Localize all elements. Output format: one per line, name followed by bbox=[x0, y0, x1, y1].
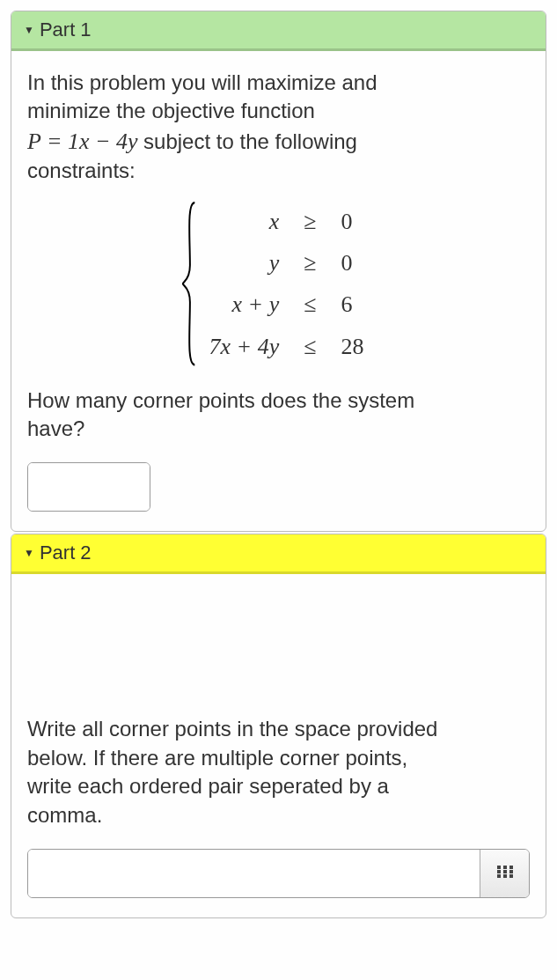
constraint-row: 7x + 4y ≤ 28 bbox=[197, 326, 377, 367]
constraint-op: ≤ bbox=[291, 326, 328, 367]
intro-line-2: minimize the objective function bbox=[27, 99, 315, 122]
part-2-answer-group bbox=[27, 849, 530, 898]
constraint-op: ≥ bbox=[291, 201, 328, 242]
part-2-prompt: Write all corner points in the space pro… bbox=[27, 715, 530, 829]
part-2-panel: ▼ Part 2 Write all corner points in the … bbox=[11, 534, 546, 918]
constraints-system: x ≥ 0 y ≥ 0 x + y ≤ 6 7x + bbox=[27, 201, 530, 366]
constraint-row: y ≥ 0 bbox=[197, 242, 377, 284]
svg-rect-16 bbox=[503, 874, 507, 878]
keypad-button[interactable] bbox=[480, 850, 529, 897]
svg-rect-9 bbox=[497, 866, 501, 869]
part-1-answer-input[interactable] bbox=[28, 463, 150, 511]
svg-rect-15 bbox=[497, 874, 501, 878]
part-2-body: Write all corner points in the space pro… bbox=[11, 574, 546, 917]
blank-spacer bbox=[27, 592, 530, 715]
constraint-op: ≥ bbox=[291, 242, 328, 284]
svg-rect-17 bbox=[509, 874, 513, 878]
constraints-table: x ≥ 0 y ≥ 0 x + y ≤ 6 7x + bbox=[197, 201, 377, 366]
part-2-header[interactable]: ▼ Part 2 bbox=[11, 534, 546, 574]
keypad-icon bbox=[496, 863, 514, 884]
part-2-answer-input[interactable] bbox=[28, 850, 480, 897]
part-1-body: In this problem you will maximize and mi… bbox=[11, 51, 546, 531]
intro-text: In this problem you will maximize and mi… bbox=[27, 69, 530, 185]
intro-line-3: subject to the following bbox=[143, 129, 357, 153]
constraint-rhs: 28 bbox=[328, 326, 376, 367]
part-1-title: Part 1 bbox=[40, 18, 92, 41]
part-1-answer-group bbox=[27, 462, 150, 512]
constraint-lhs: x + y bbox=[197, 284, 292, 325]
part-1-question: How many corner points does the system h… bbox=[27, 387, 530, 444]
svg-rect-11 bbox=[509, 866, 513, 869]
constraint-lhs: 7x + 4y bbox=[197, 326, 292, 367]
svg-rect-14 bbox=[509, 870, 513, 873]
prompt-line-3: write each ordered pair seperated by a bbox=[27, 774, 389, 798]
constraint-row: x + y ≤ 6 bbox=[197, 284, 377, 325]
svg-rect-12 bbox=[497, 870, 501, 873]
question-line-2: have? bbox=[27, 416, 84, 440]
part-1-header[interactable]: ▼ Part 1 bbox=[11, 11, 546, 51]
svg-rect-10 bbox=[503, 866, 507, 869]
question-line-1: How many corner points does the system bbox=[27, 388, 414, 412]
constraint-op: ≤ bbox=[291, 284, 328, 325]
prompt-line-1: Write all corner points in the space pro… bbox=[27, 717, 437, 741]
svg-rect-13 bbox=[503, 870, 507, 873]
part-1-panel: ▼ Part 1 In this problem you will maximi… bbox=[11, 11, 546, 532]
part-2-title: Part 2 bbox=[40, 542, 92, 564]
intro-line-4: constraints: bbox=[27, 158, 136, 182]
constraint-rhs: 0 bbox=[328, 242, 376, 284]
objective-function: P = 1x − 4y bbox=[27, 129, 143, 154]
chevron-down-icon: ▼ bbox=[24, 24, 34, 36]
chevron-down-icon: ▼ bbox=[24, 547, 34, 559]
constraint-rhs: 0 bbox=[328, 201, 376, 242]
constraint-rhs: 6 bbox=[328, 284, 376, 325]
intro-line-1: In this problem you will maximize and bbox=[27, 70, 377, 94]
prompt-line-4: comma. bbox=[27, 803, 102, 827]
constraint-row: x ≥ 0 bbox=[197, 201, 377, 242]
left-brace-icon bbox=[181, 201, 197, 366]
constraint-lhs: x bbox=[197, 201, 292, 242]
prompt-line-2: below. If there are multiple corner poin… bbox=[27, 746, 407, 770]
constraint-lhs: y bbox=[197, 242, 292, 284]
